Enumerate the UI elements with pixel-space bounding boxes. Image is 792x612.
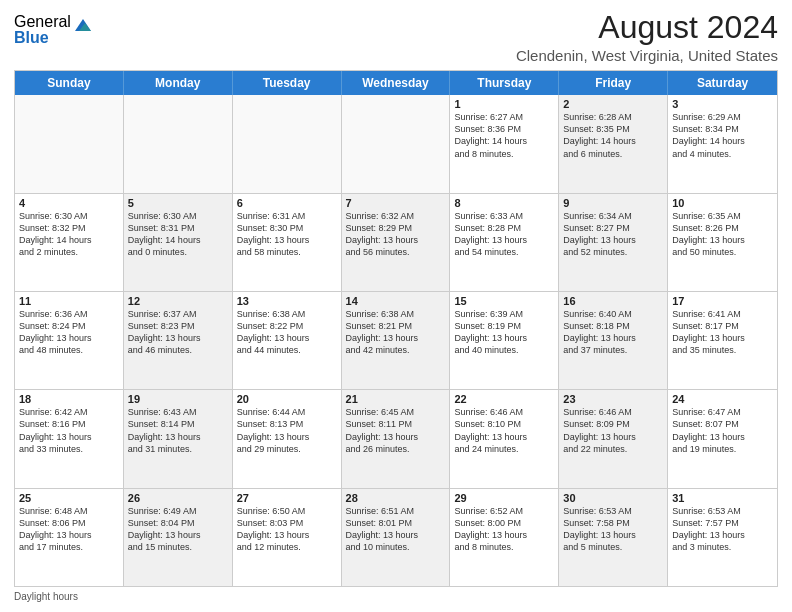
day-number: 2: [563, 98, 663, 110]
cell-content: Sunrise: 6:38 AM Sunset: 8:21 PM Dayligh…: [346, 308, 446, 357]
cal-cell-6: 6Sunrise: 6:31 AM Sunset: 8:30 PM Daylig…: [233, 194, 342, 291]
cal-cell-21: 21Sunrise: 6:45 AM Sunset: 8:11 PM Dayli…: [342, 390, 451, 487]
week-row-2: 11Sunrise: 6:36 AM Sunset: 8:24 PM Dayli…: [15, 292, 777, 390]
cell-content: Sunrise: 6:37 AM Sunset: 8:23 PM Dayligh…: [128, 308, 228, 357]
cell-content: Sunrise: 6:53 AM Sunset: 7:58 PM Dayligh…: [563, 505, 663, 554]
day-number: 23: [563, 393, 663, 405]
day-number: 16: [563, 295, 663, 307]
calendar-header: SundayMondayTuesdayWednesdayThursdayFrid…: [15, 71, 777, 95]
day-number: 22: [454, 393, 554, 405]
day-number: 8: [454, 197, 554, 209]
cell-content: Sunrise: 6:47 AM Sunset: 8:07 PM Dayligh…: [672, 406, 773, 455]
cell-content: Sunrise: 6:33 AM Sunset: 8:28 PM Dayligh…: [454, 210, 554, 259]
cal-cell-empty-0-3: [342, 95, 451, 192]
day-number: 18: [19, 393, 119, 405]
week-row-0: 1Sunrise: 6:27 AM Sunset: 8:36 PM Daylig…: [15, 95, 777, 193]
cal-cell-25: 25Sunrise: 6:48 AM Sunset: 8:06 PM Dayli…: [15, 489, 124, 586]
cal-cell-18: 18Sunrise: 6:42 AM Sunset: 8:16 PM Dayli…: [15, 390, 124, 487]
day-number: 20: [237, 393, 337, 405]
footer-note: Daylight hours: [14, 591, 778, 602]
cell-content: Sunrise: 6:43 AM Sunset: 8:14 PM Dayligh…: [128, 406, 228, 455]
cal-cell-26: 26Sunrise: 6:49 AM Sunset: 8:04 PM Dayli…: [124, 489, 233, 586]
cal-cell-7: 7Sunrise: 6:32 AM Sunset: 8:29 PM Daylig…: [342, 194, 451, 291]
cal-cell-29: 29Sunrise: 6:52 AM Sunset: 8:00 PM Dayli…: [450, 489, 559, 586]
day-number: 12: [128, 295, 228, 307]
cell-content: Sunrise: 6:40 AM Sunset: 8:18 PM Dayligh…: [563, 308, 663, 357]
cell-content: Sunrise: 6:53 AM Sunset: 7:57 PM Dayligh…: [672, 505, 773, 554]
day-number: 25: [19, 492, 119, 504]
day-number: 15: [454, 295, 554, 307]
logo-icon: [73, 15, 93, 35]
header: General Blue August 2024 Clendenin, West…: [14, 10, 778, 64]
cal-cell-17: 17Sunrise: 6:41 AM Sunset: 8:17 PM Dayli…: [668, 292, 777, 389]
cal-cell-empty-0-1: [124, 95, 233, 192]
cal-cell-13: 13Sunrise: 6:38 AM Sunset: 8:22 PM Dayli…: [233, 292, 342, 389]
subtitle: Clendenin, West Virginia, United States: [516, 47, 778, 64]
day-number: 19: [128, 393, 228, 405]
cal-cell-24: 24Sunrise: 6:47 AM Sunset: 8:07 PM Dayli…: [668, 390, 777, 487]
day-number: 27: [237, 492, 337, 504]
week-row-4: 25Sunrise: 6:48 AM Sunset: 8:06 PM Dayli…: [15, 489, 777, 586]
cal-cell-14: 14Sunrise: 6:38 AM Sunset: 8:21 PM Dayli…: [342, 292, 451, 389]
cell-content: Sunrise: 6:27 AM Sunset: 8:36 PM Dayligh…: [454, 111, 554, 160]
cell-content: Sunrise: 6:42 AM Sunset: 8:16 PM Dayligh…: [19, 406, 119, 455]
cal-cell-28: 28Sunrise: 6:51 AM Sunset: 8:01 PM Dayli…: [342, 489, 451, 586]
title-block: August 2024 Clendenin, West Virginia, Un…: [516, 10, 778, 64]
page: General Blue August 2024 Clendenin, West…: [0, 0, 792, 612]
logo-blue: Blue: [14, 30, 71, 46]
cell-content: Sunrise: 6:36 AM Sunset: 8:24 PM Dayligh…: [19, 308, 119, 357]
cal-cell-10: 10Sunrise: 6:35 AM Sunset: 8:26 PM Dayli…: [668, 194, 777, 291]
cal-cell-16: 16Sunrise: 6:40 AM Sunset: 8:18 PM Dayli…: [559, 292, 668, 389]
cell-content: Sunrise: 6:48 AM Sunset: 8:06 PM Dayligh…: [19, 505, 119, 554]
cal-cell-23: 23Sunrise: 6:46 AM Sunset: 8:09 PM Dayli…: [559, 390, 668, 487]
cal-cell-4: 4Sunrise: 6:30 AM Sunset: 8:32 PM Daylig…: [15, 194, 124, 291]
day-number: 30: [563, 492, 663, 504]
logo-text: General Blue: [14, 14, 71, 46]
cell-content: Sunrise: 6:51 AM Sunset: 8:01 PM Dayligh…: [346, 505, 446, 554]
cal-cell-2: 2Sunrise: 6:28 AM Sunset: 8:35 PM Daylig…: [559, 95, 668, 192]
cal-cell-12: 12Sunrise: 6:37 AM Sunset: 8:23 PM Dayli…: [124, 292, 233, 389]
day-number: 3: [672, 98, 773, 110]
day-number: 6: [237, 197, 337, 209]
cal-cell-9: 9Sunrise: 6:34 AM Sunset: 8:27 PM Daylig…: [559, 194, 668, 291]
cal-cell-30: 30Sunrise: 6:53 AM Sunset: 7:58 PM Dayli…: [559, 489, 668, 586]
cal-cell-15: 15Sunrise: 6:39 AM Sunset: 8:19 PM Dayli…: [450, 292, 559, 389]
cal-cell-1: 1Sunrise: 6:27 AM Sunset: 8:36 PM Daylig…: [450, 95, 559, 192]
cell-content: Sunrise: 6:50 AM Sunset: 8:03 PM Dayligh…: [237, 505, 337, 554]
cell-content: Sunrise: 6:46 AM Sunset: 8:09 PM Dayligh…: [563, 406, 663, 455]
day-header-thursday: Thursday: [450, 71, 559, 95]
cell-content: Sunrise: 6:28 AM Sunset: 8:35 PM Dayligh…: [563, 111, 663, 160]
day-number: 11: [19, 295, 119, 307]
day-number: 1: [454, 98, 554, 110]
cell-content: Sunrise: 6:30 AM Sunset: 8:31 PM Dayligh…: [128, 210, 228, 259]
day-number: 9: [563, 197, 663, 209]
day-number: 14: [346, 295, 446, 307]
cell-content: Sunrise: 6:49 AM Sunset: 8:04 PM Dayligh…: [128, 505, 228, 554]
calendar-body: 1Sunrise: 6:27 AM Sunset: 8:36 PM Daylig…: [15, 95, 777, 586]
day-number: 10: [672, 197, 773, 209]
cal-cell-27: 27Sunrise: 6:50 AM Sunset: 8:03 PM Dayli…: [233, 489, 342, 586]
cal-cell-empty-0-2: [233, 95, 342, 192]
cal-cell-empty-0-0: [15, 95, 124, 192]
day-header-monday: Monday: [124, 71, 233, 95]
cell-content: Sunrise: 6:44 AM Sunset: 8:13 PM Dayligh…: [237, 406, 337, 455]
cal-cell-19: 19Sunrise: 6:43 AM Sunset: 8:14 PM Dayli…: [124, 390, 233, 487]
calendar: SundayMondayTuesdayWednesdayThursdayFrid…: [14, 70, 778, 587]
day-header-saturday: Saturday: [668, 71, 777, 95]
day-number: 28: [346, 492, 446, 504]
day-number: 21: [346, 393, 446, 405]
day-header-tuesday: Tuesday: [233, 71, 342, 95]
cell-content: Sunrise: 6:29 AM Sunset: 8:34 PM Dayligh…: [672, 111, 773, 160]
week-row-1: 4Sunrise: 6:30 AM Sunset: 8:32 PM Daylig…: [15, 194, 777, 292]
day-number: 4: [19, 197, 119, 209]
day-header-wednesday: Wednesday: [342, 71, 451, 95]
cell-content: Sunrise: 6:39 AM Sunset: 8:19 PM Dayligh…: [454, 308, 554, 357]
logo-general: General: [14, 14, 71, 30]
cell-content: Sunrise: 6:38 AM Sunset: 8:22 PM Dayligh…: [237, 308, 337, 357]
cal-cell-31: 31Sunrise: 6:53 AM Sunset: 7:57 PM Dayli…: [668, 489, 777, 586]
cell-content: Sunrise: 6:41 AM Sunset: 8:17 PM Dayligh…: [672, 308, 773, 357]
day-header-sunday: Sunday: [15, 71, 124, 95]
cell-content: Sunrise: 6:52 AM Sunset: 8:00 PM Dayligh…: [454, 505, 554, 554]
logo: General Blue: [14, 14, 93, 46]
day-header-friday: Friday: [559, 71, 668, 95]
